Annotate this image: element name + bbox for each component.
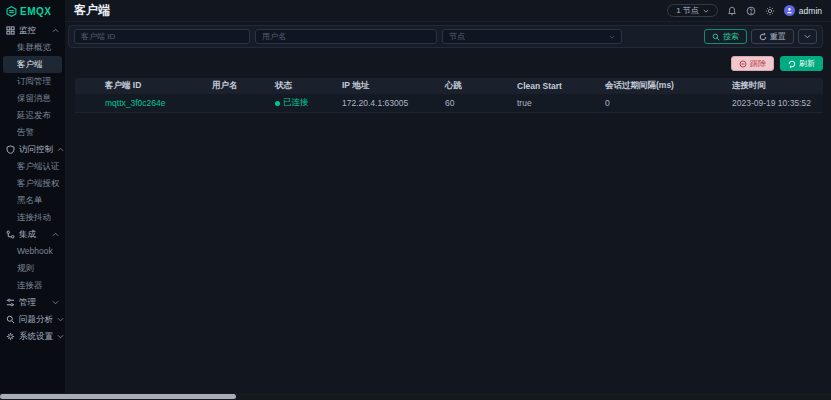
chevron-up-icon xyxy=(52,232,59,237)
status-label: 已连接 xyxy=(283,97,309,109)
sidebar-item-banned-clients[interactable]: 黑名单 xyxy=(0,192,65,209)
sidebar-group-label: 系统设置 xyxy=(19,331,53,343)
sidebar-item-alarms[interactable]: 告警 xyxy=(0,124,65,141)
ip-cell: 172.20.4.1:63005 xyxy=(338,98,441,108)
sliders-icon xyxy=(6,298,15,307)
filter-buttons: 搜索 重置 xyxy=(704,29,817,44)
nodes-dropdown-label: 1 节点 xyxy=(676,5,699,16)
client-id-filter-input[interactable] xyxy=(74,29,250,44)
logo-text: EMQX xyxy=(20,6,51,17)
chevron-down-icon xyxy=(57,334,64,339)
topbar: 客户端 1 节点 xyxy=(65,0,831,22)
chevron-down-icon xyxy=(52,300,59,305)
topbar-right: 1 节点 xyxy=(667,4,822,17)
nodes-dropdown[interactable]: 1 节点 xyxy=(667,4,718,17)
sidebar-item-authorization[interactable]: 客户端授权 xyxy=(0,175,65,192)
user-name: admin xyxy=(799,6,822,16)
shield-icon xyxy=(6,145,15,154)
reset-button[interactable]: 重置 xyxy=(751,29,794,44)
horizontal-scrollbar-thumb[interactable] xyxy=(0,394,236,399)
sidebar-item-subscriptions[interactable]: 订阅管理 xyxy=(0,73,65,90)
keepalive-cell: 60 xyxy=(441,98,513,108)
table-header-row: 客户端 ID 用户名 状态 IP 地址 心跳 Clean Start 会话过期间… xyxy=(75,78,823,94)
content: 节点 搜索 xyxy=(65,22,831,400)
column-header-session-expiry: 会话过期间隔(ms) xyxy=(601,80,728,92)
sidebar-group-access-control[interactable]: 访问控制 xyxy=(0,141,65,158)
integration-icon xyxy=(6,230,15,239)
sidebar-nav: 监控 集群概览 客户端 订阅管理 保留消息 延迟发布 告警 访问控制 客户 xyxy=(0,22,65,400)
refresh-button-label: 刷新 xyxy=(799,58,815,69)
sidebar-item-delayed-publish[interactable]: 延迟发布 xyxy=(0,107,65,124)
column-header-username: 用户名 xyxy=(208,80,271,92)
alarm-bell-icon[interactable] xyxy=(727,6,737,16)
logo[interactable]: EMQX xyxy=(0,0,65,22)
sidebar-group-label: 管理 xyxy=(19,297,36,309)
filter-bar: 节点 搜索 xyxy=(68,25,823,48)
search-button[interactable]: 搜索 xyxy=(704,29,747,44)
sidebar-group-label: 监控 xyxy=(19,25,36,37)
column-header-ip: IP 地址 xyxy=(338,80,441,92)
refresh-button[interactable]: 刷新 xyxy=(780,56,823,71)
session-expiry-cell: 0 xyxy=(601,98,728,108)
reset-button-label: 重置 xyxy=(770,31,786,42)
sidebar: EMQX 监控 集群概览 客户端 订阅管理 保留消息 延迟发布 告警 xyxy=(0,0,65,400)
search-icon xyxy=(712,33,720,41)
kick-out-button[interactable]: 踢除 xyxy=(731,56,774,71)
sidebar-item-authentication[interactable]: 客户端认证 xyxy=(0,158,65,175)
client-id-link[interactable]: mqttx_3f0c264e xyxy=(105,98,165,108)
sidebar-item-connectors[interactable]: 连接器 xyxy=(0,277,65,294)
user-avatar xyxy=(784,5,795,16)
user-menu[interactable]: admin xyxy=(784,5,822,16)
page-title: 客户端 xyxy=(74,2,110,19)
sidebar-group-label: 集成 xyxy=(19,229,36,241)
chevron-down-icon xyxy=(804,34,811,39)
main-area: 客户端 1 节点 xyxy=(65,0,831,400)
node-filter-placeholder: 节点 xyxy=(449,31,465,42)
chevron-up-icon xyxy=(52,28,59,33)
emqx-dashboard: EMQX 监控 集群概览 客户端 订阅管理 保留消息 延迟发布 告警 xyxy=(0,0,831,400)
chevron-up-icon xyxy=(57,147,64,152)
sidebar-group-diagnose[interactable]: 问题分析 xyxy=(0,311,65,328)
horizontal-scrollbar[interactable] xyxy=(0,393,831,400)
sidebar-item-rules[interactable]: 规则 xyxy=(0,260,65,277)
column-header-status: 状态 xyxy=(271,80,338,92)
column-header-client-id: 客户端 ID xyxy=(101,80,208,92)
sidebar-item-cluster-overview[interactable]: 集群概览 xyxy=(0,39,65,56)
column-header-keepalive: 心跳 xyxy=(441,80,513,92)
sidebar-group-system-settings[interactable]: 系统设置 xyxy=(0,328,65,345)
help-icon[interactable] xyxy=(746,6,756,16)
table-row: mqttx_3f0c264e 已连接 172.20.4.1:63005 60 t… xyxy=(75,94,823,113)
search-button-label: 搜索 xyxy=(723,31,739,42)
reset-icon xyxy=(759,33,767,41)
chevron-down-icon xyxy=(57,317,64,322)
chevron-down-icon xyxy=(703,9,709,13)
sidebar-group-label: 问题分析 xyxy=(19,314,53,326)
sidebar-item-retained-messages[interactable]: 保留消息 xyxy=(0,90,65,107)
sidebar-item-clients[interactable]: 客户端 xyxy=(3,56,62,73)
table-actions: 踢除 刷新 xyxy=(75,56,823,71)
sidebar-group-monitoring[interactable]: 监控 xyxy=(0,22,65,39)
column-header-clean-start: Clean Start xyxy=(513,81,601,91)
minus-circle-icon xyxy=(739,60,747,68)
magnifier-icon xyxy=(6,315,15,324)
settings-gear-icon[interactable] xyxy=(765,6,775,16)
sidebar-group-label: 访问控制 xyxy=(19,144,53,156)
monitor-icon xyxy=(6,26,15,35)
gear-icon xyxy=(6,332,15,341)
kick-out-button-label: 踢除 xyxy=(750,58,766,69)
expand-filters-button[interactable] xyxy=(798,29,817,44)
sidebar-group-integration[interactable]: 集成 xyxy=(0,226,65,243)
sidebar-item-webhook[interactable]: Webhook xyxy=(0,243,65,260)
sidebar-item-flapping-detect[interactable]: 连接抖动 xyxy=(0,209,65,226)
connected-dot-icon xyxy=(275,101,280,106)
emqx-logo-icon xyxy=(6,6,17,17)
chevron-down-icon xyxy=(609,35,615,39)
sidebar-group-management[interactable]: 管理 xyxy=(0,294,65,311)
connected-at-cell: 2023-09-19 10:35:52 xyxy=(728,98,823,108)
clients-table: 客户端 ID 用户名 状态 IP 地址 心跳 Clean Start 会话过期间… xyxy=(75,78,823,113)
status-badge: 已连接 xyxy=(275,97,334,109)
clean-start-cell: true xyxy=(513,98,601,108)
username-filter-input[interactable] xyxy=(255,29,437,44)
column-header-connected-at: 连接时间 xyxy=(728,80,823,92)
node-filter-select[interactable]: 节点 xyxy=(442,29,622,44)
